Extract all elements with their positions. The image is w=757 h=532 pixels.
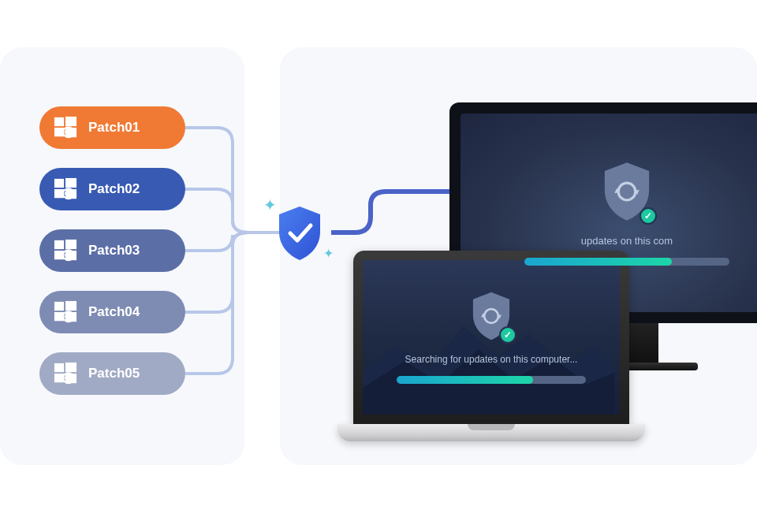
laptop-screen: Searching for updates on this computer..… [363,260,620,415]
laptop: Searching for updates on this computer..… [337,251,645,463]
svg-rect-16 [65,301,76,311]
svg-rect-6 [65,178,76,188]
patch-list: Patch01 Patch02 Patch03 Patch04 [39,106,185,395]
patch-item-1: Patch01 [39,106,185,149]
update-shield-icon [468,291,514,341]
patch-item-4: Patch04 [39,291,185,333]
windows-sync-icon [54,362,77,385]
svg-rect-20 [54,363,64,372]
windows-sync-icon [54,300,77,324]
patch-item-3: Patch03 [39,229,185,272]
monitor-status-text: updates on this com [581,235,673,247]
patch-item-5: Patch05 [39,352,185,395]
update-shield-icon [599,161,654,222]
windows-sync-icon [54,239,77,262]
laptop-base [337,424,645,441]
svg-rect-21 [65,363,76,372]
svg-rect-10 [54,240,64,249]
monitor-progress-bar [524,258,729,266]
laptop-notch [468,424,515,430]
security-shield-icon [268,202,331,265]
patch-item-2: Patch02 [39,168,185,210]
laptop-status-text: Searching for updates on this computer..… [405,354,578,365]
windows-sync-icon [54,177,77,201]
patch-label: Patch01 [88,120,140,136]
laptop-bezel: Searching for updates on this computer..… [353,251,629,424]
svg-rect-1 [65,117,76,126]
svg-rect-11 [65,240,76,249]
check-badge-icon [499,326,516,344]
patch-label: Patch03 [88,243,140,259]
check-badge-icon [640,207,657,225]
svg-rect-5 [54,179,64,188]
laptop-progress-bar [397,376,586,384]
patch-label: Patch05 [88,366,140,381]
windows-sync-icon [54,116,77,140]
patch-label: Patch04 [88,304,140,320]
svg-rect-0 [54,117,64,126]
patch-label: Patch02 [88,181,140,197]
svg-rect-15 [54,302,64,311]
